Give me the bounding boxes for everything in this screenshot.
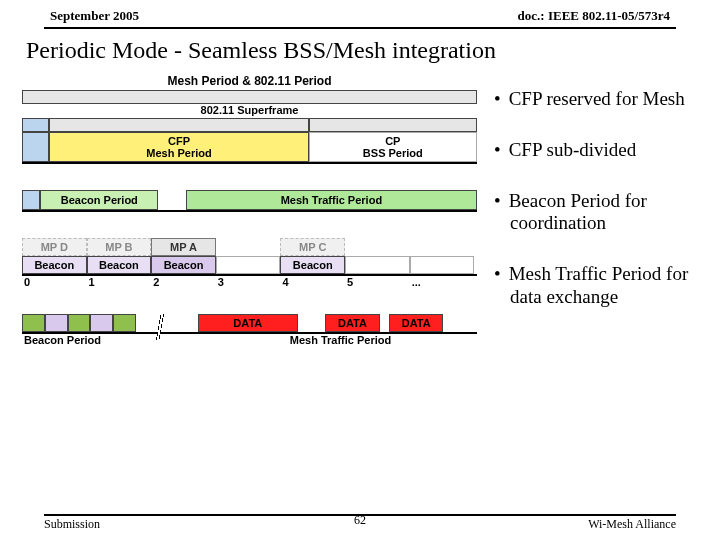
mp-c: MP C xyxy=(280,238,345,256)
diag1-caption: Mesh Period & 802.11 Period xyxy=(22,74,477,88)
diagrams-column: Mesh Period & 802.11 Period 802.11 Super… xyxy=(22,68,492,352)
tick-row: 0 1 2 3 4 5 ... xyxy=(22,276,477,288)
diag1-sub: 802.11 Superframe xyxy=(22,104,477,116)
bullet-cfp: CFP reserved for Mesh xyxy=(492,88,692,111)
data-block-3: DATA xyxy=(389,314,444,332)
content-area: Mesh Period & 802.11 Period 802.11 Super… xyxy=(0,68,720,352)
bullet-beacon: Beacon Period for coordination xyxy=(492,190,692,236)
diag4-bp: Beacon Period xyxy=(22,334,159,348)
diagram-superframe: Mesh Period & 802.11 Period 802.11 Super… xyxy=(22,74,477,164)
bullets-column: CFP reserved for Mesh CFP sub-divided Be… xyxy=(492,68,692,352)
beacon-4: Beacon xyxy=(280,256,345,274)
header-date: September 2005 xyxy=(50,8,139,24)
cp-label: CP xyxy=(385,135,400,147)
beacon-1: Beacon xyxy=(87,256,152,274)
footer-right: Wi-Mesh Alliance xyxy=(588,517,676,532)
data-block-2: DATA xyxy=(325,314,380,332)
beacon-period-label: Beacon Period xyxy=(40,190,158,210)
bullet-traffic: Mesh Traffic Period for data exchange xyxy=(492,263,692,309)
data-block-1: DATA xyxy=(198,314,298,332)
mp-d: MP D xyxy=(22,238,87,256)
slide-header: September 2005 doc.: IEEE 802.11-05/573r… xyxy=(0,0,720,26)
diagram-data: DATA DATA DATA Beacon Period Mesh Traffi… xyxy=(22,314,477,348)
beacon-0: Beacon xyxy=(22,256,87,274)
cp-sub: BSS Period xyxy=(363,147,423,159)
mp-b: MP B xyxy=(87,238,152,256)
mp-a: MP A xyxy=(151,238,216,256)
diag4-mtp: Mesh Traffic Period xyxy=(204,334,477,348)
beacon-2: Beacon xyxy=(151,256,216,274)
header-docnum: doc.: IEEE 802.11-05/573r4 xyxy=(518,8,670,24)
slide-title: Periodic Mode - Seamless BSS/Mesh integr… xyxy=(0,35,720,68)
bullet-list: CFP reserved for Mesh CFP sub-divided Be… xyxy=(492,88,692,309)
diagram-periods: Beacon Period Mesh Traffic Period xyxy=(22,190,477,212)
diagram-beacons: MP D MP B MP A MP C Beacon Beacon Beacon… xyxy=(22,238,477,288)
bullet-subdivided: CFP sub-divided xyxy=(492,139,692,162)
cfp-sub: Mesh Period xyxy=(146,147,211,159)
mesh-traffic-period-label: Mesh Traffic Period xyxy=(186,190,477,210)
cfp-label: CFP xyxy=(168,135,190,147)
header-rule xyxy=(44,27,676,29)
footer-left: Submission xyxy=(44,517,100,532)
slide-footer: Submission Wi-Mesh Alliance xyxy=(44,514,676,532)
